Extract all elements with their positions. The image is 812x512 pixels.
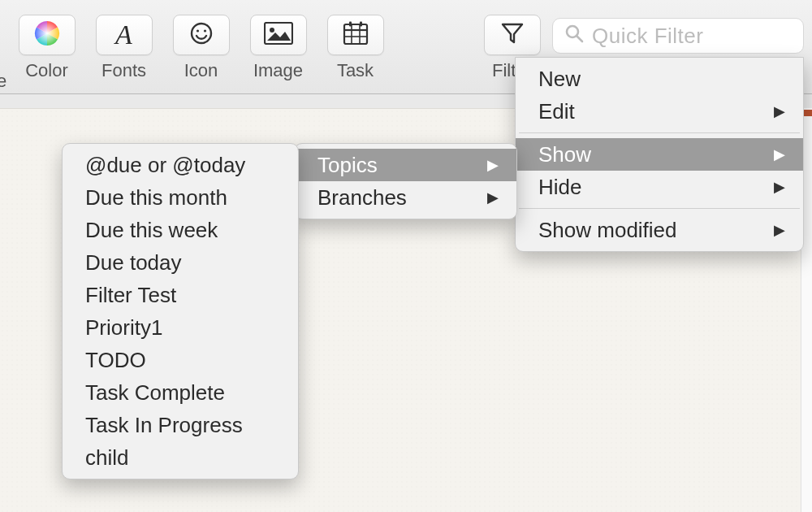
menu-item-label: Due today [85, 250, 182, 276]
truncated-label: e [0, 71, 6, 92]
toolbar-item-fonts[interactable]: A Fonts [85, 15, 162, 81]
svg-point-0 [35, 21, 59, 46]
topics-menu-item-task-in-progress[interactable]: Task In Progress [63, 409, 298, 441]
menu-item-label: Edit [538, 99, 575, 124]
menu-item-label: Show [538, 142, 591, 167]
filter-menu-separator [519, 208, 800, 209]
toolbar-item-icon[interactable]: Icon [162, 15, 240, 81]
funnel-icon [500, 21, 525, 49]
color-button[interactable] [19, 15, 76, 55]
topics-menu-item-priority1[interactable]: Priority1 [63, 311, 298, 344]
toolbar-item-color[interactable]: Color [8, 15, 85, 81]
menu-item-label: @due or @today [85, 153, 245, 178]
filter-menu-item-show[interactable]: Show▶ [516, 138, 803, 171]
menu-item-label: Hide [538, 175, 581, 200]
submenu-arrow-icon: ▶ [487, 189, 499, 206]
filter-menu-item-new[interactable]: New [516, 63, 803, 95]
menu-item-label: Task In Progress [85, 413, 243, 438]
menu-item-label: Due this month [85, 185, 227, 210]
icon-button[interactable] [173, 15, 230, 55]
calendar-icon [343, 21, 369, 49]
svg-point-2 [196, 29, 198, 32]
menu-item-label: Due this week [85, 218, 218, 243]
smiley-icon [188, 20, 214, 50]
menu-item-label: Topics [317, 153, 378, 178]
image-label: Image [253, 60, 303, 81]
topics-submenu[interactable]: @due or @todayDue this monthDue this wee… [62, 143, 299, 479]
show-submenu[interactable]: Topics▶Branches▶ [294, 143, 517, 219]
task-button[interactable] [327, 15, 384, 55]
menu-item-label: Priority1 [85, 315, 162, 341]
svg-rect-6 [344, 24, 367, 44]
icon-label: Icon [184, 60, 218, 81]
svg-rect-11 [349, 22, 352, 27]
svg-point-5 [270, 28, 274, 33]
submenu-arrow-icon: ▶ [487, 156, 499, 174]
topics-menu-item-due-or-today[interactable]: @due or @today [63, 149, 298, 181]
fonts-button[interactable]: A [96, 15, 153, 55]
image-icon [264, 22, 293, 48]
topics-menu-item-task-complete[interactable]: Task Complete [63, 376, 298, 409]
submenu-arrow-icon: ▶ [774, 178, 785, 196]
menu-item-label: Show modified [538, 218, 677, 243]
quick-filter-placeholder: Quick Filter [592, 24, 703, 49]
filter-button[interactable] [484, 15, 541, 55]
filter-context-menu[interactable]: NewEdit▶Show▶Hide▶Show modified▶ [515, 57, 804, 252]
menu-item-label: Task Complete [85, 380, 225, 406]
show-menu-item-branches[interactable]: Branches▶ [295, 181, 516, 214]
svg-rect-12 [360, 22, 362, 27]
fonts-label: Fonts [102, 60, 146, 81]
filter-menu-item-edit[interactable]: Edit▶ [516, 95, 803, 128]
svg-line-14 [577, 36, 582, 41]
submenu-arrow-icon: ▶ [774, 221, 785, 239]
task-label: Task [337, 60, 374, 81]
menu-item-label: New [538, 67, 581, 92]
topics-menu-item-due-this-week[interactable]: Due this week [63, 214, 298, 246]
toolbar-item-task[interactable]: Task [317, 15, 394, 81]
topics-menu-item-child[interactable]: child [63, 441, 298, 474]
menu-item-label: child [85, 445, 128, 471]
color-wheel-icon [33, 20, 61, 50]
filter-menu-item-show-modified[interactable]: Show modified▶ [516, 214, 803, 246]
toolbar-item-image[interactable]: Image [240, 15, 317, 81]
submenu-arrow-icon: ▶ [774, 102, 785, 120]
topics-menu-item-due-today[interactable]: Due today [63, 246, 298, 279]
svg-point-1 [192, 24, 211, 43]
topics-menu-item-filter-test[interactable]: Filter Test [63, 279, 298, 311]
color-label: Color [25, 60, 68, 81]
svg-rect-4 [265, 23, 292, 44]
show-menu-item-topics[interactable]: Topics▶ [295, 149, 516, 181]
topics-menu-item-todo[interactable]: TODO [63, 344, 298, 376]
filter-menu-item-hide[interactable]: Hide▶ [516, 171, 803, 203]
quick-filter-field[interactable]: Quick Filter [552, 18, 804, 54]
menu-item-label: TODO [85, 348, 146, 373]
submenu-arrow-icon: ▶ [774, 145, 785, 163]
image-button[interactable] [250, 15, 307, 55]
search-icon [564, 24, 584, 49]
fonts-icon: A [115, 20, 132, 50]
topics-menu-item-due-this-month[interactable]: Due this month [63, 181, 298, 214]
menu-item-label: Filter Test [85, 283, 176, 308]
filter-menu-separator [519, 132, 800, 133]
menu-item-label: Branches [317, 185, 407, 210]
svg-point-3 [203, 29, 205, 32]
